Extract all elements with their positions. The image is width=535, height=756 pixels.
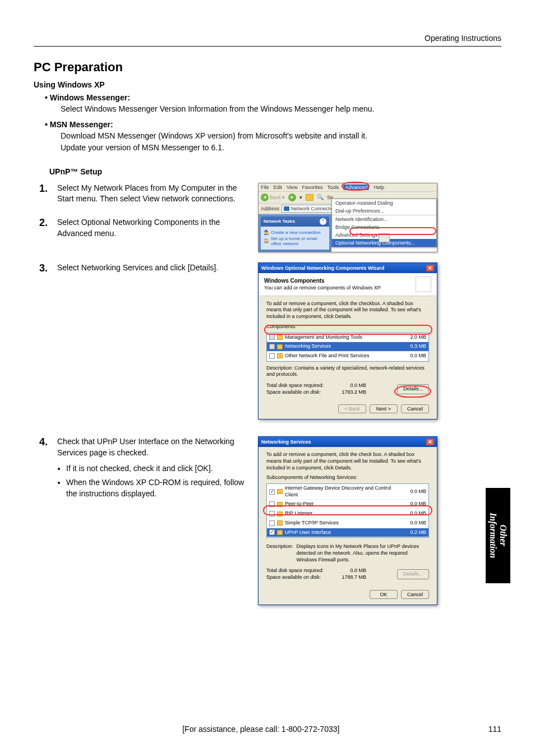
wizard-icon: 🧙 — [264, 230, 269, 235]
menu-tools[interactable]: Tools — [327, 185, 339, 190]
checkbox-icon[interactable] — [269, 344, 275, 349]
menu-view[interactable]: View — [287, 185, 297, 190]
up-folder-icon[interactable] — [306, 194, 313, 201]
comp-row-other[interactable]: Other Network File and Print Services 0.… — [267, 352, 428, 361]
disk-avail-val: 1788.7 MB — [333, 574, 366, 581]
lan-icon — [379, 233, 390, 242]
checkbox-icon[interactable] — [269, 489, 275, 495]
netserv-title: Networking Services — [261, 439, 311, 445]
subcomp-size: 0.0 MB — [404, 501, 426, 508]
disk-req-val: 0.0 MB — [333, 382, 366, 389]
comp-label: Management and Monitoring Tools — [285, 334, 402, 341]
step-4-text: Check that UPnP User Interface on the Ne… — [57, 437, 234, 457]
explorer-content: Operator-Assisted Dialing Dial-up Prefer… — [331, 214, 437, 252]
subcomp-label: Peer-to-Peer — [285, 501, 402, 508]
wizard-header: Windows Components You can add or remove… — [259, 273, 437, 296]
close-icon[interactable]: ✕ — [426, 265, 434, 271]
checkbox-icon[interactable] — [269, 511, 275, 517]
ok-button[interactable]: OK — [370, 590, 398, 599]
task-create-connection[interactable]: 🧙Create a new connection — [264, 230, 326, 235]
footer-assistance: [For assistance, please call: 1-800-272-… — [34, 725, 488, 734]
windows-logo-icon — [416, 276, 431, 292]
checkbox-icon[interactable] — [269, 529, 275, 535]
netserv-instructions: To add or remove a component, click the … — [266, 451, 429, 471]
menu-edit[interactable]: Edit — [274, 185, 283, 190]
collapse-icon[interactable]: ˄ — [320, 218, 326, 225]
folder-icon — [277, 335, 283, 340]
task-setup-network[interactable]: 🏠Set up a home or small office network — [264, 236, 326, 246]
cancel-button[interactable]: Cancel — [401, 590, 429, 599]
step-2-num: 2. — [39, 217, 52, 239]
step-3-num: 3. — [39, 262, 52, 274]
checkbox-icon[interactable] — [269, 334, 275, 340]
disk-req-label: Total disk space required: — [266, 382, 328, 389]
side-tab-line2: Information — [488, 513, 498, 559]
adv-menu-dialup-prefs[interactable]: Dial-up Preferences... — [332, 207, 436, 215]
bullet-msn-body2: Update your version of MSN Messenger to … — [61, 142, 501, 154]
home-network-icon: 🏠 — [264, 238, 269, 243]
task-panel: Network Tasks ˄ 🧙Create a new connection… — [259, 214, 331, 252]
page-number: 111 — [488, 725, 501, 734]
subcomp-size: 0.2 MB — [404, 529, 426, 536]
cancel-button[interactable]: Cancel — [401, 404, 429, 413]
disk-avail-val: 1783.2 MB — [333, 389, 366, 396]
folder-icon — [277, 344, 283, 349]
wizard-header-bold: Windows Components — [264, 278, 381, 284]
step-3-row: 3. Select Networking Services and click … — [39, 262, 501, 420]
details-button[interactable]: Details... — [397, 384, 429, 394]
subcomp-size: 0.0 MB — [404, 510, 426, 517]
step-1-num: 1. — [39, 183, 52, 205]
disk-req-val: 0.0 MB — [333, 568, 366, 574]
subcomponents-list: Internet Gateway Device Discovery and Co… — [266, 483, 429, 538]
bullet-wm-label: Windows Messenger: — [45, 93, 130, 102]
folder-icon — [277, 353, 283, 358]
back-button[interactable]: ◄Back ▾ — [261, 193, 285, 201]
components-list: Management and Monitoring Tools 2.0 MB N… — [266, 333, 429, 362]
subcomp-row-tcpip[interactable]: Simple TCP/IP Services 0.0 MB — [267, 519, 428, 528]
explorer-menu[interactable]: File Edit View Favorites Tools Advanced … — [259, 183, 437, 192]
step-4-num: 4. — [39, 436, 52, 503]
address-label: Address — [261, 206, 279, 211]
step-1-row: 1. Select My Network Places from My Comp… — [39, 183, 501, 252]
menu-file[interactable]: File — [261, 185, 269, 190]
step-1-text: Select My Network Places from My Compute… — [57, 183, 252, 205]
adv-menu-op-dialing[interactable]: Operator-Assisted Dialing — [332, 199, 436, 207]
wizard-title-bar: Windows Optional Networking Components W… — [259, 263, 437, 273]
menu-advanced[interactable]: Advanced — [343, 185, 369, 190]
checkbox-icon[interactable] — [269, 520, 275, 526]
subcomp-row-upnp[interactable]: UPnP User Interface 0.2 MB — [267, 528, 428, 538]
forward-icon[interactable]: ► — [288, 193, 296, 201]
comp-size: 0.3 MB — [404, 343, 426, 350]
components-label: Components: — [266, 324, 429, 330]
step-4-bullet-2: When the Windows XP CD-ROM is required, … — [66, 477, 252, 499]
menu-help[interactable]: Help — [373, 185, 384, 190]
search-icon[interactable]: 🔍 — [317, 194, 324, 200]
disk-avail-label: Space available on disk: — [266, 389, 328, 396]
adv-menu-bridge[interactable]: Bridge Connections — [332, 223, 436, 231]
close-icon[interactable]: ✕ — [426, 439, 434, 445]
subcomp-row-igd[interactable]: Internet Gateway Device Discovery and Co… — [267, 484, 428, 500]
task-header[interactable]: Network Tasks ˄ — [261, 216, 329, 227]
wizard-dialog: Windows Optional Networking Components W… — [258, 262, 437, 420]
networking-services-dialog: Networking Services ✕ To add or remove a… — [258, 436, 437, 605]
subcomp-row-rip[interactable]: RIP Listener 0.0 MB — [267, 509, 428, 519]
comp-label: Networking Services — [285, 343, 402, 350]
comp-row-mgmt[interactable]: Management and Monitoring Tools 2.0 MB — [267, 333, 428, 343]
header-rule — [34, 46, 501, 47]
component-icon — [277, 530, 283, 535]
netserv-desc: Displays icons in My Network Places for … — [297, 543, 429, 563]
checkbox-icon[interactable] — [269, 353, 275, 359]
netserv-title-bar: Networking Services ✕ — [259, 437, 437, 447]
subcomp-row-p2p[interactable]: Peer-to-Peer 0.0 MB — [267, 500, 428, 509]
checkbox-icon[interactable] — [269, 501, 275, 507]
comp-label: Other Network File and Print Services — [285, 353, 402, 359]
comp-row-networking[interactable]: Networking Services 0.3 MB — [267, 342, 428, 352]
adv-menu-netid[interactable]: Network Identification... — [332, 215, 436, 223]
component-icon — [277, 489, 283, 494]
next-button[interactable]: Next > — [370, 404, 398, 413]
bullet-windows-messenger: Windows Messenger: Select Windows Messen… — [45, 93, 501, 115]
side-tab: Other Information — [486, 488, 510, 583]
menu-favorites[interactable]: Favorites — [302, 185, 322, 190]
subheading-using-xp: Using Windows XP — [34, 80, 501, 89]
footer: [For assistance, please call: 1-800-272-… — [34, 725, 501, 734]
